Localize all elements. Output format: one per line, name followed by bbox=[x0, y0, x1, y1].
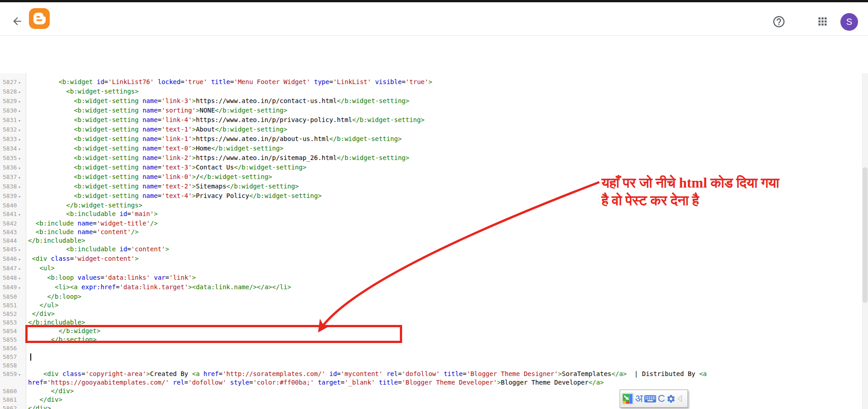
code-text[interactable]: <ul> bbox=[26, 264, 752, 273]
code-line: 5856 bbox=[0, 344, 862, 353]
account-avatar[interactable]: S bbox=[840, 13, 858, 31]
line-number: 5830▾ bbox=[0, 106, 26, 116]
apps-grid-icon bbox=[816, 15, 829, 28]
code-text[interactable]: <li><a expr:href='data:link.target'><dat… bbox=[26, 283, 752, 291]
fold-arrow-icon[interactable]: ▾ bbox=[18, 286, 20, 290]
code-editor[interactable]: 5827▾ <b:widget id='LinkList76' locked='… bbox=[0, 73, 868, 409]
code-text[interactable]: <b:widget-settings> bbox=[26, 87, 752, 96]
code-line: 5835▾ <b:widget-setting name='link-2'>ht… bbox=[0, 154, 862, 163]
code-line: 5844</b:includable> bbox=[0, 236, 862, 245]
help-icon bbox=[772, 15, 786, 28]
code-text[interactable]: </b:loop> bbox=[26, 292, 752, 301]
fold-arrow-icon[interactable]: ▾ bbox=[18, 147, 20, 151]
google-apps-button[interactable] bbox=[816, 15, 829, 28]
fold-arrow-icon[interactable]: ▾ bbox=[18, 156, 20, 161]
code-text[interactable]: <b:widget-setting name='link-3'>https://… bbox=[26, 97, 752, 105]
code-line: 5828▾ <b:widget-settings> bbox=[0, 87, 862, 97]
code-text[interactable]: <div class='widget-content'> bbox=[26, 254, 752, 263]
code-line: 5830▾ <b:widget-setting name='sorting'>N… bbox=[0, 106, 862, 116]
line-number: 5842 bbox=[0, 219, 26, 228]
line-number: 5846▾ bbox=[0, 254, 26, 264]
collapse-arrow-icon[interactable] bbox=[677, 395, 682, 402]
input-tools-logo-icon[interactable] bbox=[621, 393, 634, 405]
code-text[interactable]: <b:includable id='main'> bbox=[26, 210, 752, 218]
fold-arrow-icon[interactable]: ▾ bbox=[18, 175, 20, 180]
line-number: 5841▾ bbox=[0, 210, 26, 219]
code-text[interactable]: <b:widget id='LinkList76' locked='true' … bbox=[26, 78, 752, 86]
code-text[interactable]: <b:widget-setting name='link-2'>https://… bbox=[26, 154, 752, 162]
code-text[interactable] bbox=[26, 344, 752, 353]
fold-arrow-icon[interactable]: ▾ bbox=[18, 372, 20, 377]
fold-arrow-icon[interactable]: ▾ bbox=[18, 137, 20, 142]
code-text[interactable]: </ul> bbox=[26, 301, 752, 310]
code-text[interactable]: </b:includable> bbox=[26, 236, 752, 245]
code-text[interactable]: <b:widget-setting name='text-0'>Home</b:… bbox=[26, 144, 752, 153]
line-number: 5840 bbox=[0, 201, 26, 210]
code-text[interactable]: <b:widget-setting name='text-1'>About</b… bbox=[26, 125, 752, 134]
fold-arrow-icon[interactable]: ▾ bbox=[18, 257, 20, 262]
code-text[interactable]: </div> bbox=[26, 310, 752, 318]
code-line: 5833▾ <b:widget-setting name='link-1'>ht… bbox=[0, 135, 862, 144]
code-text[interactable]: </b:widget> bbox=[26, 327, 752, 335]
code-lines: 5827▾ <b:widget id='LinkList76' locked='… bbox=[0, 78, 862, 409]
annotation-text: यहाँ पर जो नीचे html कोड दिया गया है वो … bbox=[602, 174, 779, 209]
fold-arrow-icon[interactable]: ▾ bbox=[18, 194, 20, 199]
code-text[interactable]: <b:loop values='data:links' var='link'> bbox=[26, 273, 752, 282]
line-number: 5827▾ bbox=[0, 78, 26, 87]
code-text[interactable]: <div class='copyright-area'>Created By <… bbox=[26, 370, 752, 387]
fold-arrow-icon[interactable]: ▾ bbox=[18, 99, 20, 104]
line-number: 5834▾ bbox=[0, 144, 26, 154]
line-number: 5855 bbox=[0, 335, 26, 344]
code-line: 5855 </b:section> bbox=[0, 335, 862, 344]
code-text[interactable] bbox=[26, 361, 752, 370]
arrow-back-icon bbox=[11, 15, 23, 27]
code-text[interactable]: <b:widget-setting name='link-1'>https://… bbox=[26, 135, 752, 143]
line-number: 5849▾ bbox=[0, 283, 26, 292]
fold-arrow-icon[interactable]: ▾ bbox=[18, 185, 20, 189]
code-text[interactable]: </b:includable> bbox=[26, 318, 752, 327]
fold-arrow-icon[interactable]: ▾ bbox=[18, 128, 20, 132]
gear-icon[interactable] bbox=[666, 394, 676, 404]
scrollbar-thumb[interactable] bbox=[863, 167, 868, 303]
blogger-logo[interactable] bbox=[29, 8, 50, 29]
code-line: 5852 </div> bbox=[0, 310, 862, 318]
line-number: 5835▾ bbox=[0, 154, 26, 163]
code-text[interactable]: </b:section> bbox=[26, 335, 752, 344]
line-number: 5857 bbox=[0, 353, 26, 361]
help-button[interactable] bbox=[772, 15, 786, 28]
line-number: 5848▾ bbox=[0, 273, 26, 283]
fold-arrow-icon[interactable]: ▾ bbox=[18, 276, 20, 281]
line-number: 5853 bbox=[0, 318, 26, 327]
line-number: 5852 bbox=[0, 310, 26, 318]
code-line: 5854 </b:widget> bbox=[0, 327, 862, 335]
line-number: 5831▾ bbox=[0, 116, 26, 125]
fold-arrow-icon[interactable]: ▾ bbox=[18, 90, 20, 94]
devanagari-a-button[interactable]: अ bbox=[635, 393, 643, 404]
fold-arrow-icon[interactable]: ▾ bbox=[18, 248, 20, 252]
code-text[interactable]: <b:include name='widget-title'/> bbox=[26, 219, 752, 228]
back-button[interactable] bbox=[11, 15, 23, 27]
code-line: 5831▾ <b:widget-setting name='link-4'>ht… bbox=[0, 116, 862, 125]
fold-arrow-icon[interactable]: ▾ bbox=[18, 166, 20, 170]
line-number: 5861 bbox=[0, 395, 26, 404]
code-text[interactable] bbox=[26, 353, 752, 361]
code-text[interactable]: <b:widget-setting name='text-3'>Contact … bbox=[26, 163, 752, 172]
code-line: 5827▾ <b:widget id='LinkList76' locked='… bbox=[0, 78, 862, 87]
code-text[interactable]: <b:widget-setting name='sorting'>NONE</b… bbox=[26, 106, 752, 115]
fold-arrow-icon[interactable]: ▾ bbox=[18, 80, 20, 85]
code-line: 5847▾ <ul> bbox=[0, 264, 862, 273]
code-text[interactable]: <b:includable id='content'> bbox=[26, 245, 752, 254]
annotation-line-2: है वो पेस्ट कर देना है bbox=[602, 192, 779, 209]
keyboard-icon[interactable] bbox=[644, 395, 656, 403]
fold-arrow-icon[interactable]: ▾ bbox=[18, 109, 20, 113]
code-line: 5857 bbox=[0, 353, 862, 361]
fold-arrow-icon[interactable]: ▾ bbox=[18, 118, 20, 123]
code-line: 5859▾ <div class='copyright-area'>Create… bbox=[0, 370, 862, 387]
code-text[interactable]: <b:include name='content'/> bbox=[26, 228, 752, 236]
fold-arrow-icon[interactable]: ▾ bbox=[18, 212, 20, 217]
fold-arrow-icon[interactable]: ▾ bbox=[18, 267, 20, 271]
code-line: 5841▾ <b:includable id='main'> bbox=[0, 210, 862, 219]
blogger-logo-icon bbox=[29, 8, 50, 29]
code-text[interactable]: <b:widget-setting name='link-4'>https://… bbox=[26, 116, 752, 124]
latin-c-button[interactable]: C bbox=[658, 394, 665, 404]
